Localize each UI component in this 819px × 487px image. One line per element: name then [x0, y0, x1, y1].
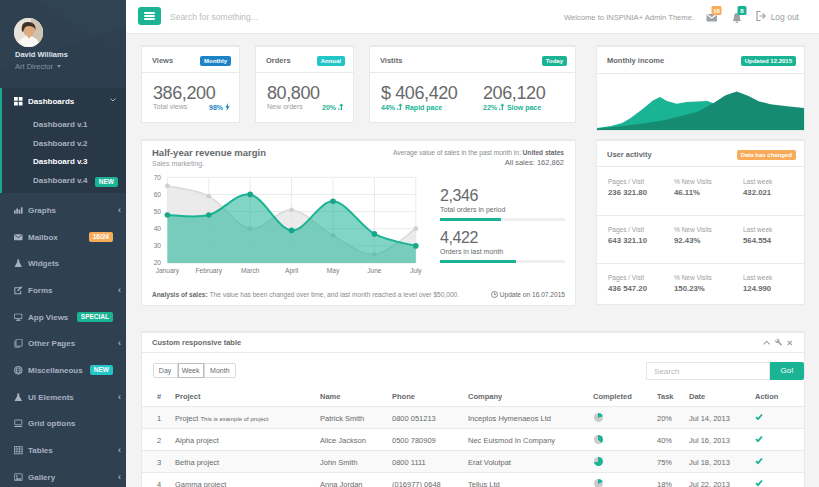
- svg-text:20: 20: [154, 259, 162, 266]
- svg-text:March: March: [241, 267, 260, 274]
- svg-text:70: 70: [154, 174, 162, 181]
- svg-text:40: 40: [154, 225, 162, 232]
- svg-text:May: May: [327, 267, 340, 275]
- svg-text:60: 60: [154, 191, 162, 198]
- svg-text:February: February: [196, 267, 223, 275]
- svg-text:16: 16: [713, 8, 720, 14]
- svg-text:June: June: [367, 267, 382, 274]
- svg-text:July: July: [410, 267, 422, 275]
- svg-text:April: April: [285, 267, 299, 275]
- svg-text:30: 30: [154, 242, 162, 249]
- svg-text:January: January: [156, 267, 180, 275]
- svg-text:50: 50: [154, 208, 162, 215]
